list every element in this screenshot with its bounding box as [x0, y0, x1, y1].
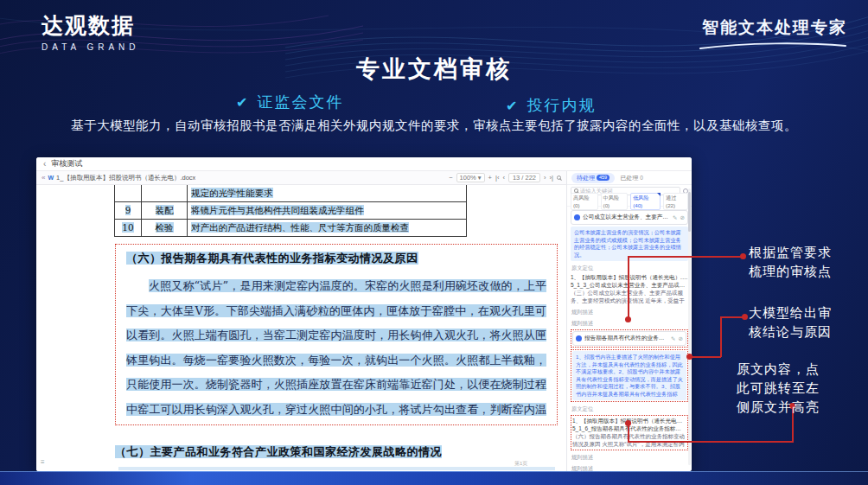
word-doc-icon: W	[48, 175, 54, 181]
page-title: 专业文档审核	[0, 54, 868, 85]
audit-point-card[interactable]: 公司成立以来主营业务、主要产品或服务、主要… ✎ ⊘	[571, 210, 688, 225]
document-toolbar: « W 1_【抽取用版本】招股说明书（通长光电）.docx − 100% ▾ +…	[36, 171, 566, 185]
edit-icon[interactable]: ✎	[673, 214, 677, 221]
connector-line	[628, 424, 629, 442]
filter-high-risk[interactable]: 高风险(0)	[571, 193, 598, 210]
pending-count-badge: 459	[597, 175, 610, 181]
search-icon[interactable]	[557, 175, 561, 180]
risk-filters: 高风险(0) 中风险(0) 低风险(40) 通过(22)	[567, 196, 692, 207]
locate-label: 原文定位	[571, 405, 688, 413]
tab-processed[interactable]: 已处理 0	[620, 174, 643, 182]
document-filename[interactable]: 1_【抽取用版本】招股说明书（通长光电）.docx	[56, 174, 195, 182]
tagline-swoosh	[699, 41, 847, 51]
risk-level-icon	[576, 335, 582, 341]
audit-point-title: 报告期各期具有代表性的业务指标变动情况及原因	[584, 335, 668, 342]
app-window: ‹ 审核测试 « W 1_【抽取用版本】招股说明书（通长光电）.docx − 1…	[36, 157, 692, 471]
app-title: 审核测试	[51, 158, 82, 169]
audit-point-list: 公司成立以来主营业务、主要产品或服务、主要… ✎ ⊘ 公司未披露主营业务的演变情…	[567, 207, 692, 471]
table-cell-id: 10	[115, 220, 141, 236]
connector-line	[628, 256, 629, 320]
locate-label: 原文定位	[571, 265, 688, 272]
check-icon: ✔	[236, 95, 249, 110]
rule-desc-label[interactable]: 规则描述	[571, 465, 688, 471]
table-cell-desc: 将镜片元件与其他构件共同组装成光学组件	[187, 202, 466, 219]
dismiss-icon[interactable]: ⊘	[679, 335, 683, 342]
outline-icon[interactable]: ≡	[41, 458, 45, 466]
collapse-sidebar-icon[interactable]: «	[41, 174, 45, 182]
bullet-internal-rules: ✔投行内规	[506, 95, 596, 116]
table-cell-desc: 在镜片元件表面通过物理或化学的方法沉积若干光学物质层，达到规定的光学性能要求	[187, 185, 466, 201]
table-row: 10 检验 对产出的产品进行结构、性能、尺寸等方面的质量检查	[115, 219, 466, 236]
source-excerpt[interactable]: （三）公司成立以来主营业务、主要产品或服务、主要经营模式的演变情况 近年来，受益…	[571, 289, 688, 305]
filter-low-risk[interactable]: 低风险(40)	[630, 193, 661, 210]
table-cell-name: 镀膜	[141, 185, 187, 201]
document-page[interactable]: 8 镀膜 在镜片元件表面通过物理或化学的方法沉积若干光学物质层，达到规定的光学性…	[36, 185, 566, 471]
panel-tabs: 待处理 459 已处理 0	[567, 171, 692, 185]
tagline: 智能文本处理专家	[699, 16, 847, 54]
prev-page-button[interactable]: ‹	[502, 174, 505, 182]
annotation-source-jump: 原文内容，点 此可跳转至左 侧原文并高亮	[737, 360, 820, 417]
bullet-label: 投行内规	[527, 97, 596, 114]
connector-line	[720, 316, 744, 318]
annotation-frame-audit-point: 报告期各期具有代表性的业务指标变动情况及原因 ✎ ⊘	[571, 329, 688, 348]
document-column: « W 1_【抽取用版本】招股说明书（通长光电）.docx − 100% ▾ +…	[36, 171, 566, 471]
risk-level-icon	[574, 214, 580, 220]
page-indicator[interactable]: 13 / 222	[508, 173, 540, 182]
tab-pending-label: 待处理	[577, 174, 595, 182]
table-cell-name: 检验	[141, 220, 187, 236]
annotation-audit-points: 根据监管要求 梳理的审核点	[749, 243, 832, 281]
rule-desc-label[interactable]: 规则描述	[571, 309, 688, 316]
zoom-out-button[interactable]: −	[449, 174, 452, 182]
zoom-in-button[interactable]: +	[488, 174, 492, 182]
filter-mid-risk[interactable]: 中风险(0)	[601, 193, 629, 210]
table-row: 8 镀膜 在镜片元件表面通过物理或化学的方法沉积若干光学物质层，达到规定的光学性…	[115, 185, 466, 201]
last-page-button[interactable]: ›|	[550, 174, 553, 182]
connector-dot	[742, 314, 748, 320]
dismiss-icon[interactable]: ⊘	[680, 214, 685, 221]
zoom-level-value: 100%	[460, 174, 476, 182]
connector-dot	[625, 316, 631, 322]
tab-processed-label: 已处理	[620, 174, 638, 182]
logo-en: DATA GRAND	[41, 42, 140, 52]
annotation-llm-conclusion: 大模型给出审 核结论与原因	[749, 303, 832, 341]
logo-cn: 达观数据	[41, 11, 140, 40]
connector-dot	[686, 354, 692, 360]
bullet-csrc-files: ✔证监会文件	[236, 92, 343, 112]
source-file-link[interactable]: 1、【抽取用版本】招股说明书（通长光电）.docx	[571, 273, 688, 281]
source-anchor-link[interactable]: 5_1_3_公司成立以来主营业务、主要产品或服务、主要经…	[571, 281, 688, 289]
rule-desc-label[interactable]: 规则描述	[571, 454, 688, 462]
page-footnote: 第1页	[514, 460, 527, 468]
check-icon: ✔	[506, 99, 519, 113]
bullet-label: 证监会文件	[257, 93, 343, 111]
logo: 达观数据 DATA GRAND	[41, 11, 140, 52]
slide-description: 基于大模型能力，自动审核招股书是否满足相关外规内规文件的要求，审核点主要包括了披…	[0, 118, 868, 134]
highlighted-section-six[interactable]: （六）报告期各期具有代表性的业务指标变动情况及原因 火照又称“试片”，是用来测定…	[115, 244, 558, 425]
connector-line	[720, 316, 722, 357]
next-page-button[interactable]: ›	[544, 174, 546, 182]
audit-point-title: 公司成立以来主营业务、主要产品或服务、主要…	[583, 214, 670, 221]
tab-pending[interactable]: 待处理 459	[571, 173, 615, 183]
panel-scrollbar-thumb[interactable]	[688, 192, 691, 232]
bottom-accent-band	[0, 471, 868, 485]
connector-line	[628, 256, 744, 258]
process-table: 8 镀膜 在镜片元件表面通过物理或化学的方法沉积若干光学物质层，达到规定的光学性…	[114, 185, 467, 237]
connector-line	[628, 441, 794, 443]
first-page-button[interactable]: |‹	[495, 174, 499, 182]
connector-dot	[625, 420, 631, 426]
app-titlebar: ‹ 审核测试	[36, 157, 692, 171]
zoom-level-select[interactable]: 100% ▾	[456, 173, 485, 182]
table-cell-id: 8	[115, 185, 141, 201]
ai-conclusion: 1、招股书内容主要描述了火照的制作和使用方法，并未提及具有代表性的业务指标，因此…	[572, 351, 686, 400]
filter-passed[interactable]: 通过(22)	[663, 193, 688, 210]
audit-point-card[interactable]: 报告期各期具有代表性的业务指标变动情况及原因 ✎ ⊘	[572, 331, 686, 346]
clipped-text-line	[118, 467, 555, 470]
edit-icon[interactable]: ✎	[671, 335, 675, 342]
section-seven-heading: （七）主要产品和业务符合产业政策和国家经济发展战略的情况	[115, 444, 442, 460]
table-cell-id: 9	[115, 202, 141, 219]
tagline-text: 智能文本处理专家	[699, 16, 847, 39]
table-cell-name: 装配	[141, 202, 187, 219]
table-row: 9 装配 将镜片元件与其他构件共同组装成光学组件	[115, 201, 466, 219]
back-icon[interactable]: ‹	[43, 159, 46, 169]
chevron-down-icon: ▾	[478, 174, 482, 182]
annotation-frame-conclusion: 1、招股书内容主要描述了火照的制作和使用方法，并未提及具有代表性的业务指标，因此…	[571, 349, 688, 402]
